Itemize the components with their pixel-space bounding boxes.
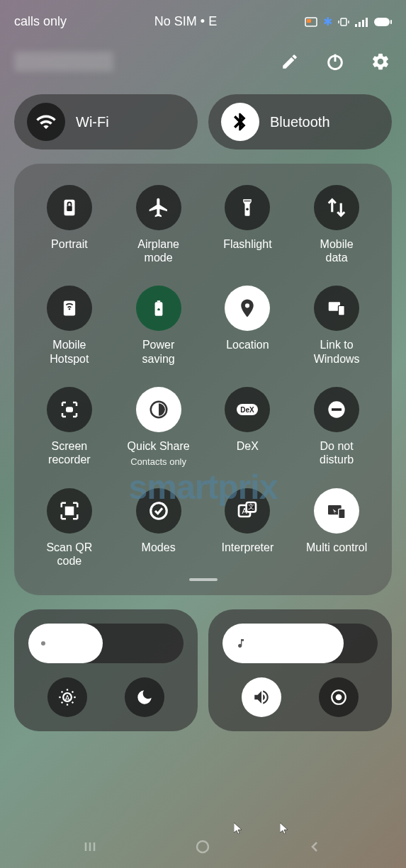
wifi-toggle[interactable]: Wi-Fi	[14, 94, 198, 150]
tile-quickshare[interactable]: Quick Share Contacts only	[118, 387, 200, 467]
devices-icon	[314, 286, 359, 331]
tile-powersaving[interactable]: Power saving	[118, 286, 200, 365]
tile-screenrecorder[interactable]: Screen recorder	[28, 387, 111, 467]
qrcode-icon	[47, 488, 92, 534]
interpreter-icon: A文	[225, 488, 270, 534]
dark-mode-button[interactable]	[125, 677, 164, 717]
panel-header	[0, 36, 406, 84]
svg-rect-39	[339, 509, 345, 518]
navigation-bar	[0, 825, 406, 868]
sound-button[interactable]	[242, 677, 281, 717]
drag-handle[interactable]	[189, 578, 218, 581]
tile-label: Screen recorder	[48, 439, 91, 466]
flashlight-icon	[225, 185, 270, 230]
svg-rect-32	[70, 512, 73, 514]
tile-portrait[interactable]: Portrait	[28, 185, 111, 264]
svg-rect-28	[332, 408, 342, 411]
back-button[interactable]	[306, 838, 323, 855]
brightness-slider[interactable]	[28, 624, 184, 663]
svg-rect-20	[157, 301, 159, 303]
volume-panel	[208, 609, 392, 731]
home-button[interactable]	[194, 838, 211, 855]
brightness-dot-icon	[41, 641, 45, 646]
brightness-panel: A	[14, 609, 198, 731]
bluetooth-icon	[221, 103, 259, 141]
status-network-text: calls only	[14, 14, 67, 29]
status-sim-text: No SIM • E	[154, 14, 217, 29]
svg-line-47	[72, 702, 73, 704]
music-note-icon	[235, 638, 247, 649]
modes-icon	[136, 488, 181, 534]
bluetooth-toggle[interactable]: Bluetooth	[208, 94, 392, 150]
svg-point-55	[197, 841, 208, 852]
tile-airplane[interactable]: Airplane mode	[118, 185, 200, 264]
tile-label: Power saving	[142, 338, 175, 365]
tile-label: Airplane mode	[137, 237, 179, 264]
tile-label: Modes	[142, 541, 176, 554]
svg-point-18	[69, 308, 70, 310]
airplane-icon	[136, 185, 181, 230]
svg-line-48	[61, 702, 62, 704]
svg-line-46	[61, 692, 62, 693]
tile-linkwindows[interactable]: Link to Windows	[295, 286, 378, 365]
tile-flashlight[interactable]: Flashlight	[207, 185, 289, 264]
date-time-blurred	[14, 52, 113, 72]
svg-rect-7	[362, 20, 364, 27]
wifi-label: Wi-Fi	[76, 114, 109, 130]
status-icons: ✱	[305, 15, 392, 28]
updown-icon	[314, 185, 359, 230]
tile-label: DeX	[237, 439, 259, 453]
multicontrol-icon	[314, 488, 359, 534]
tile-label: Scan QR code	[46, 541, 92, 568]
svg-text:文: 文	[248, 503, 254, 510]
svg-point-16	[247, 208, 249, 211]
tile-sublabel: Contacts only	[130, 456, 186, 467]
settings-button[interactable]	[369, 50, 392, 73]
hotspot-icon	[47, 286, 92, 331]
battery-icon	[373, 17, 392, 27]
signal-icon	[355, 17, 368, 27]
tile-multicontrol[interactable]: Multi control	[295, 488, 378, 568]
tile-hotspot[interactable]: Mobile Hotspot	[28, 286, 111, 365]
power-button[interactable]	[324, 50, 346, 73]
svg-rect-1	[307, 19, 311, 23]
tile-interpreter[interactable]: A文 Interpreter	[207, 488, 289, 568]
svg-rect-22	[339, 306, 345, 316]
sound-output-button[interactable]	[319, 677, 359, 717]
recents-button[interactable]	[83, 838, 100, 855]
svg-text:A: A	[242, 507, 248, 515]
dex-icon: DeX	[225, 387, 270, 432]
tile-dnd[interactable]: Do not disturb	[295, 387, 378, 467]
volume-slider[interactable]	[222, 624, 378, 663]
tile-modes[interactable]: Modes	[118, 488, 200, 568]
tile-label: Quick Share	[128, 439, 190, 453]
tile-label: Mobile data	[320, 237, 354, 264]
svg-rect-30	[70, 507, 73, 510]
tile-label: Interpreter	[221, 541, 274, 554]
svg-rect-8	[366, 18, 368, 27]
screenrecord-icon	[47, 387, 92, 432]
tile-mobiledata[interactable]: Mobile data	[295, 185, 378, 264]
tile-qrcode[interactable]: Scan QR code	[28, 488, 111, 568]
auto-brightness-button[interactable]: A	[47, 677, 87, 717]
vibrate-icon	[338, 17, 349, 27]
tile-label: Multi control	[306, 541, 367, 554]
tile-dex[interactable]: DeX DeX	[207, 387, 289, 467]
svg-text:A: A	[64, 694, 69, 702]
lock-rotation-icon	[47, 185, 92, 230]
status-bar: calls only No SIM • E ✱	[0, 0, 406, 36]
location-icon	[225, 286, 270, 331]
bluetooth-label: Bluetooth	[270, 114, 330, 130]
tile-label: Portrait	[51, 237, 88, 251]
quick-settings-panel: Portrait Airplane mode Flashlight Mobile…	[14, 164, 392, 595]
svg-point-51	[336, 694, 342, 701]
edit-button[interactable]	[278, 50, 301, 73]
tile-location[interactable]: Location	[207, 286, 289, 365]
battery-leaf-icon	[136, 286, 181, 331]
wifi-icon	[27, 103, 65, 141]
cast-icon	[305, 17, 317, 27]
minus-icon	[314, 387, 359, 432]
svg-rect-29	[66, 507, 69, 510]
svg-text:DeX: DeX	[241, 406, 255, 414]
svg-rect-2	[341, 18, 346, 26]
